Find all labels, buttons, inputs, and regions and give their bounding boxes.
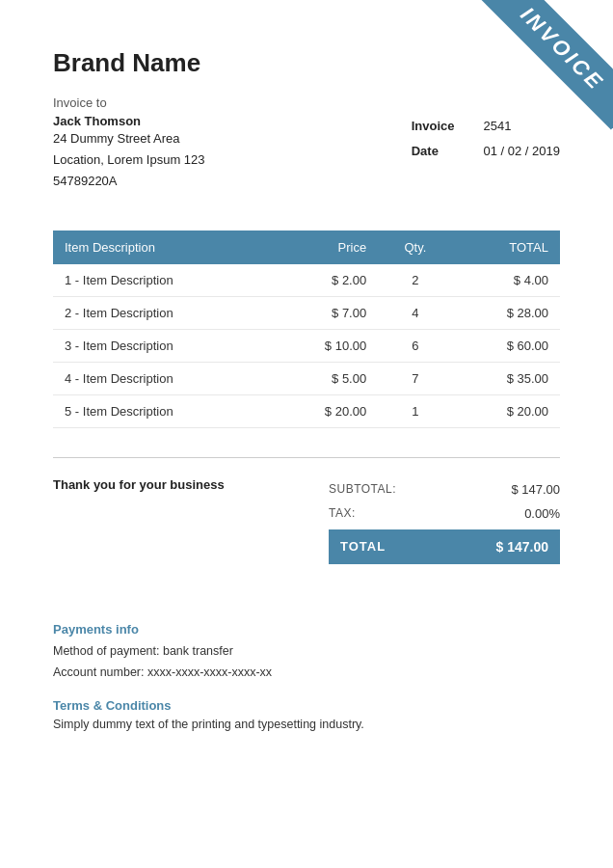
subtotal-value: $ 147.00 (511, 482, 560, 497)
invoice-ribbon: INVOICE (459, 0, 613, 154)
row-price: $ 2.00 (271, 264, 378, 297)
client-address-line3: 54789220A (53, 171, 205, 192)
tax-label: TAX: (329, 506, 356, 521)
row-price: $ 20.00 (271, 395, 378, 428)
row-total: $ 60.00 (453, 330, 560, 363)
client-address-line2: Location, Lorem Ipsum 123 (53, 149, 205, 171)
row-qty: 2 (378, 264, 452, 297)
row-price: $ 5.00 (271, 363, 378, 395)
table-row: 4 - Item Description $ 5.00 7 $ 35.00 (53, 363, 560, 395)
table-body: 1 - Item Description $ 2.00 2 $ 4.00 2 -… (53, 264, 560, 428)
table-header: Item Description Price Qty. TOTAL (53, 231, 560, 264)
total-value: $ 147.00 (496, 539, 549, 555)
row-qty: 7 (378, 363, 452, 395)
row-qty: 6 (378, 330, 452, 363)
table-row: 5 - Item Description $ 20.00 1 $ 20.00 (53, 395, 560, 428)
row-description: 4 - Item Description (53, 363, 271, 395)
row-description: 1 - Item Description (53, 264, 271, 297)
totals-block: SUBTOTAL: $ 147.00 TAX: 0.00% TOTAL $ 14… (329, 477, 560, 564)
col-qty: Qty. (378, 231, 452, 264)
payments-line1: Method of payment: bank transfer (53, 641, 560, 662)
row-description: 5 - Item Description (53, 395, 271, 428)
tax-value: 0.00% (524, 506, 560, 521)
col-total: TOTAL (453, 231, 560, 264)
row-total: $ 35.00 (453, 363, 560, 395)
col-price: Price (271, 231, 378, 264)
terms-text: Simply dummy text of the printing and ty… (53, 718, 560, 731)
row-total: $ 4.00 (453, 264, 560, 297)
payments-line2: Account number: xxxx-xxxx-xxxx-xxxx-xx (53, 663, 560, 683)
thank-you-text: Thank you for your business (53, 477, 225, 492)
row-price: $ 10.00 (271, 330, 378, 363)
row-total: $ 20.00 (453, 395, 560, 428)
total-row: TOTAL $ 147.00 (329, 529, 560, 564)
tax-row: TAX: 0.00% (329, 502, 560, 526)
ribbon-text: INVOICE (482, 0, 613, 129)
row-description: 3 - Item Description (53, 330, 271, 363)
footer-section: Thank you for your business SUBTOTAL: $ … (53, 477, 560, 564)
divider (53, 457, 560, 458)
subtotal-label: SUBTOTAL: (329, 482, 396, 497)
total-label: TOTAL (340, 539, 386, 555)
items-table: Item Description Price Qty. TOTAL 1 - It… (53, 231, 560, 428)
client-name: Jack Thomson (53, 114, 205, 128)
client-address-line1: 24 Dummy Street Area (53, 128, 205, 149)
row-qty: 4 (378, 297, 452, 330)
row-price: $ 7.00 (271, 297, 378, 330)
row-qty: 1 (378, 395, 452, 428)
col-description: Item Description (53, 231, 271, 264)
subtotal-row: SUBTOTAL: $ 147.00 (329, 477, 560, 502)
date-label: Date (412, 141, 455, 162)
terms-title: Terms & Conditions (53, 698, 560, 713)
table-row: 2 - Item Description $ 7.00 4 $ 28.00 (53, 297, 560, 330)
row-description: 2 - Item Description (53, 297, 271, 330)
payments-title: Payments info (53, 622, 560, 637)
invoice-label: Invoice (412, 116, 455, 137)
meta-labels: Invoice Date (412, 116, 455, 162)
client-address-block: Jack Thomson 24 Dummy Street Area Locati… (53, 114, 205, 192)
table-row: 3 - Item Description $ 10.00 6 $ 60.00 (53, 330, 560, 363)
invoice-page: INVOICE Brand Name Invoice to Jack Thoms… (0, 0, 613, 868)
row-total: $ 28.00 (453, 297, 560, 330)
table-row: 1 - Item Description $ 2.00 2 $ 4.00 (53, 264, 560, 297)
payments-section: Payments info Method of payment: bank tr… (53, 622, 560, 731)
